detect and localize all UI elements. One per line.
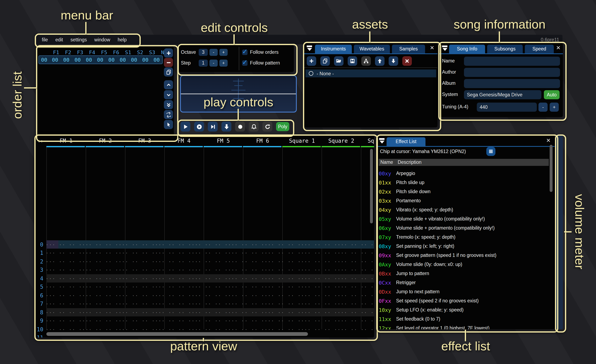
order-cell[interactable]: 00 (140, 57, 151, 63)
pattern-cell[interactable]: ··· ·· ·· ··· (228, 242, 265, 247)
close-icon[interactable] (555, 45, 561, 51)
pattern-cell[interactable]: ··· ·· ·· ··· (192, 268, 228, 272)
menu-file[interactable]: file (38, 37, 52, 42)
pattern-cell[interactable]: ··· ·· ·· ··· (119, 276, 155, 281)
pattern-cell[interactable]: ··· ·· ·· ··· (82, 284, 119, 289)
pattern-cell[interactable]: ··· ·· ·· ··· (265, 284, 301, 289)
channel-header-fm-4[interactable]: FM 4 (164, 138, 204, 144)
move-asset-up-button[interactable] (375, 56, 385, 66)
album-field[interactable] (464, 79, 560, 88)
pattern-row[interactable]: 8··· ·· ·· ······ ·· ·· ······ ·· ·· ···… (36, 308, 374, 316)
effect-row[interactable]: 07xyTremolo (x: speed; y: depth) (379, 233, 549, 241)
effect-row[interactable]: 0FxxSet speed (speed 2 if no grooves exi… (379, 296, 549, 305)
octave-increment-button[interactable]: + (219, 49, 228, 56)
pattern-cell[interactable]: ··· ·· ·· ··· (338, 276, 374, 281)
order-cell[interactable]: 00 (95, 57, 106, 63)
order-move-up-button[interactable] (164, 80, 173, 89)
effect-row[interactable]: 09xxSet groove pattern (speed 1 if no gr… (379, 251, 549, 260)
pattern-cell[interactable]: ··· ·· ·· ··· (301, 302, 337, 306)
pattern-row[interactable]: 6··· ·· ·· ······ ·· ·· ······ ·· ·· ···… (36, 291, 374, 299)
effect-row[interactable]: 10xySetup LFO (x: enable; y: speed) (379, 305, 549, 314)
pattern-cell[interactable]: ··· ·· ·· ··· (228, 310, 265, 314)
auto-system-button[interactable]: Auto (544, 90, 559, 99)
order-deep-clone-button[interactable] (164, 110, 173, 119)
effect-row[interactable]: 0AxyVolume slide (0y: down; x0: up) (379, 260, 549, 269)
author-field[interactable] (464, 68, 560, 77)
follow-pattern-checkbox[interactable] (242, 60, 247, 66)
pattern-row[interactable]: 7··· ·· ·· ······ ·· ·· ······ ·· ·· ···… (36, 300, 374, 308)
pattern-cell[interactable]: ··· ·· ·· ··· (82, 310, 119, 314)
play-button[interactable] (180, 122, 190, 131)
close-icon[interactable] (545, 138, 551, 144)
channel-header-fm-3[interactable]: FM 3 (125, 138, 164, 144)
pattern-cell[interactable]: ··· ·· ·· ··· (301, 327, 337, 332)
pattern-cell[interactable]: ··· ·· ·· ··· (46, 251, 82, 255)
pattern-cell[interactable]: ··· ·· ·· ··· (338, 335, 374, 337)
pattern-cell[interactable]: ··· ·· ·· ··· (46, 284, 82, 289)
pattern-row[interactable]: 2··· ·· ·· ······ ·· ·· ······ ·· ·· ···… (36, 257, 374, 266)
order-cell[interactable]: 00 (106, 57, 117, 63)
effect-row[interactable]: 08xySet panning (x: left; y: right) (379, 241, 549, 251)
effect-row[interactable]: 0CxxRetrigger (379, 278, 549, 287)
pattern-cell[interactable]: ··· ·· ·· ··· (301, 310, 337, 314)
order-cell[interactable]: 00 (128, 57, 140, 63)
pattern-cell[interactable]: ··· ·· ·· ··· (46, 242, 82, 247)
pattern-cell[interactable]: ··· ·· ·· ··· (155, 259, 192, 264)
pattern-cell[interactable]: ··· ·· ·· ··· (155, 268, 192, 272)
pattern-cell[interactable]: ··· ·· ·· ··· (338, 293, 374, 298)
order-cell[interactable]: 00 (83, 57, 95, 63)
order-move-down-button[interactable] (164, 90, 173, 99)
effect-row[interactable]: 12xxSet level of operator 1 (0 highest, … (379, 323, 549, 329)
pattern-cell[interactable]: ··· ·· ·· ··· (82, 293, 119, 298)
pattern-cell[interactable]: ··· ·· ·· ··· (192, 319, 228, 323)
duplicate-asset-button[interactable] (320, 56, 330, 66)
pattern-cell[interactable]: ··· ·· ·· ··· (228, 327, 265, 332)
name-field[interactable] (464, 57, 560, 66)
instrument-list-item[interactable]: - None - (305, 70, 436, 77)
repeat-button[interactable] (262, 122, 272, 131)
save-asset-button[interactable] (348, 56, 357, 66)
order-row[interactable]: 0000000000000000000000 (38, 55, 163, 64)
pattern-cell[interactable]: ··· ·· ·· ··· (192, 293, 228, 298)
pattern-row[interactable]: 4··· ·· ·· ······ ·· ·· ······ ·· ·· ···… (36, 274, 374, 283)
pattern-cell[interactable]: ··· ·· ·· ··· (82, 327, 119, 332)
pattern-cell[interactable]: ··· ·· ·· ··· (46, 268, 82, 272)
effect-row[interactable]: 05xyVolume slide + vibrato (compatibilit… (379, 214, 549, 223)
pattern-cell[interactable]: ··· ·· ·· ··· (82, 251, 119, 255)
tab-song-info[interactable]: Song Info (449, 45, 485, 53)
pattern-cell[interactable]: ··· ·· ·· ··· (82, 319, 119, 323)
tuning-decrement-button[interactable]: - (538, 102, 548, 112)
pattern-cell[interactable]: ··· ·· ·· ··· (265, 251, 301, 255)
pattern-cell[interactable]: ··· ·· ·· ··· (228, 251, 265, 255)
pattern-cell[interactable]: ··· ·· ·· ··· (338, 251, 374, 255)
pattern-cell[interactable]: ··· ·· ·· ··· (192, 302, 228, 306)
tab-samples[interactable]: Samples (392, 45, 425, 53)
tab-wavetables[interactable]: Wavetables (354, 45, 390, 53)
pattern-cell[interactable]: ··· ·· ·· ··· (46, 319, 82, 323)
close-icon[interactable] (429, 45, 435, 51)
menu-window[interactable]: window (91, 37, 114, 42)
pattern-cell[interactable]: ··· ·· ·· ··· (46, 293, 82, 298)
pattern-cell[interactable]: ··· ·· ·· ··· (301, 293, 337, 298)
tab-speed[interactable]: Speed (525, 45, 554, 53)
order-cell[interactable]: 00 (151, 57, 163, 63)
pattern-cell[interactable]: ··· ·· ·· ··· (155, 251, 192, 255)
pattern-cell[interactable]: ··· ·· ·· ··· (155, 284, 192, 289)
pattern-cell[interactable]: ··· ·· ·· ··· (338, 268, 374, 272)
tab-effect-list[interactable]: Effect List (387, 137, 425, 146)
channel-header-fm-1[interactable]: FM 1 (46, 138, 86, 144)
pattern-cell[interactable]: ··· ·· ·· ··· (228, 259, 265, 264)
pattern-cell[interactable]: ··· ·· ·· ··· (265, 302, 301, 306)
octave-value[interactable]: 3 (199, 49, 208, 56)
pattern-cell[interactable]: ··· ·· ·· ··· (119, 327, 155, 332)
effect-row[interactable]: 03xxPortamento (379, 196, 549, 205)
pattern-cell[interactable]: ··· ·· ·· ··· (46, 276, 82, 281)
pattern-cell[interactable]: ··· ·· ·· ··· (192, 284, 228, 289)
pattern-cell[interactable]: ··· ·· ·· ··· (192, 259, 228, 264)
metronome-button[interactable] (249, 122, 259, 131)
pattern-cell[interactable]: ··· ·· ·· ··· (82, 242, 119, 247)
pattern-cell[interactable]: ··· ·· ·· ··· (228, 276, 265, 281)
order-duplicate-end-button[interactable] (164, 100, 173, 109)
pattern-row[interactable]: 5··· ·· ·· ······ ·· ·· ······ ·· ·· ···… (36, 283, 374, 291)
effect-row[interactable]: 01xxPitch slide up (379, 178, 549, 187)
